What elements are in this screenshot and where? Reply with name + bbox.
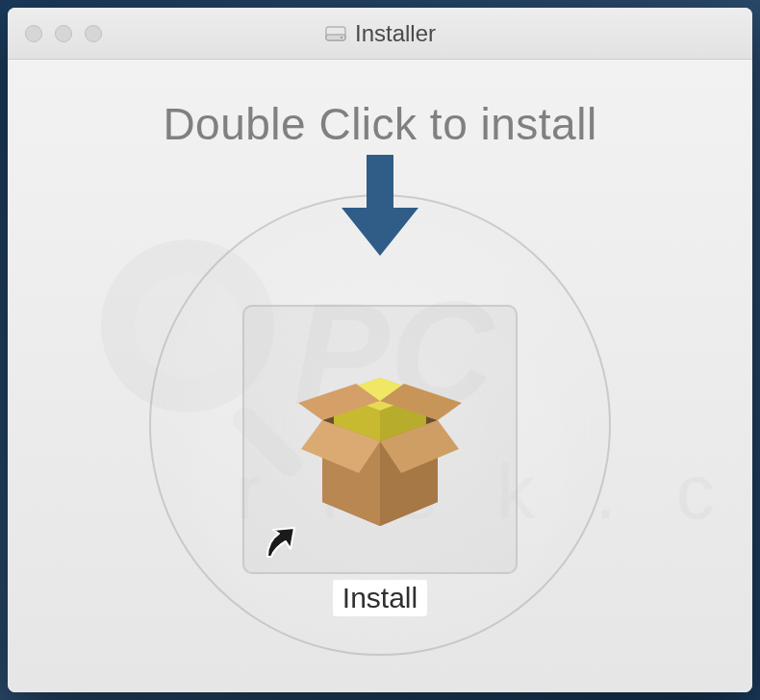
title-center: Installer xyxy=(324,20,436,47)
window-title: Installer xyxy=(355,20,436,47)
disk-icon xyxy=(324,22,347,45)
content-area: PC r i s k . c o m Double Click to insta… xyxy=(8,60,752,692)
zoom-button[interactable] xyxy=(85,25,102,42)
down-arrow-icon xyxy=(337,155,423,264)
installer-window: Installer PC r i s k . c o m Double Clic… xyxy=(8,8,752,692)
minimize-button[interactable] xyxy=(55,25,72,42)
install-target[interactable]: Install xyxy=(242,305,518,616)
svg-point-2 xyxy=(341,37,342,38)
titlebar: Installer xyxy=(8,8,752,60)
shortcut-arrow-icon xyxy=(262,524,300,562)
instruction-text: Double Click to install xyxy=(163,98,596,150)
close-button[interactable] xyxy=(25,25,42,42)
window-controls xyxy=(8,25,102,42)
install-label: Install xyxy=(333,580,427,616)
package-icon[interactable] xyxy=(242,305,518,574)
